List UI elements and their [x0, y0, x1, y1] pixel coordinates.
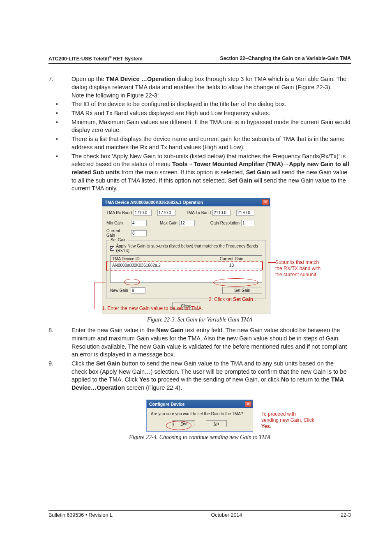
set-gain-legend: Set Gain — [109, 238, 128, 242]
set-gain-group: Set Gain ✔ Apply New Gain to sub-units (… — [106, 240, 266, 298]
footer-left: Bulletin 639536 • Revision L — [48, 512, 113, 518]
header-right: Section 22–Changing the Gain on a Variab… — [220, 56, 351, 62]
step-8-num: 8. — [48, 326, 71, 359]
figure-22-4-caption: Figure 22-4. Choosing to continue sendin… — [48, 434, 351, 441]
dialog-titlebar[interactable]: TMA Device AN0000a000K0361682a.1 Operati… — [102, 198, 270, 206]
col-current-gain: Current Gain — [201, 256, 262, 262]
bullet-4: There is a list that displays the device… — [71, 135, 351, 151]
callout-subunits: Subunits that match the RX/TX band with … — [275, 259, 333, 278]
row-current-gain: 10 — [201, 262, 262, 268]
rx-band-label: TMA Rx Band — [106, 210, 132, 215]
step-9-num: 9. — [48, 360, 71, 392]
apply-subunits-label: Apply New Gain to sub-units (listed belo… — [116, 244, 262, 253]
bullet-3: Minimum, Maximum Gain values are differe… — [71, 118, 351, 134]
step-7-num: 7. — [48, 75, 71, 99]
new-gain-input[interactable]: 9 — [131, 287, 145, 294]
step-9-body: Click the Set Gain button to send the ne… — [71, 360, 351, 392]
new-gain-label: New Gain — [110, 288, 131, 293]
dashed-box-left — [106, 261, 107, 270]
current-gain-label: Current Gain — [106, 229, 129, 238]
current-gain: 8 — [131, 230, 147, 236]
close-icon[interactable]: ✕ — [262, 199, 269, 205]
gain-res-label: Gain Resolution — [210, 221, 240, 225]
dialog2-message: Are you sure you want to set the Gain to… — [151, 412, 249, 416]
bullet-2: TMA Rx and Tx Band values displayed are … — [71, 109, 351, 118]
callout-yes: To proceed with sending new Gain, Click … — [261, 411, 331, 430]
gain-res: 1 — [241, 220, 254, 226]
min-gain: 4 — [131, 220, 147, 226]
dialog2-title: Configure Device — [149, 402, 184, 407]
set-gain-button[interactable]: Set Gain — [222, 287, 262, 294]
callout-set-gain: 2. Click on Set Gain . — [209, 296, 256, 303]
footer-center: October 2014 — [211, 512, 242, 518]
figure-22-4: Configure Device ✕ Are you sure you want… — [48, 400, 351, 432]
callout-connector — [268, 262, 276, 263]
step-7-body: Open up the TMA Device …Operation dialog… — [71, 75, 351, 99]
oval-yes — [166, 421, 191, 430]
row-device-id: AN0000a000K0361682a.2 — [111, 262, 201, 268]
page-header: ATC200-LITE-USB Teletilt® RET System Sec… — [48, 56, 351, 64]
rx-band-hi: 1770.0 — [157, 210, 175, 216]
dialog2-titlebar[interactable]: Configure Device ✕ — [147, 400, 253, 408]
col-device-id: TMA Device ID — [111, 256, 201, 262]
dialog-title: TMA Device AN0000a000K0361682a.1 Operati… — [105, 200, 203, 205]
dashed-box-right — [262, 261, 263, 270]
configure-device-dialog: Configure Device ✕ Are you sure you want… — [146, 400, 253, 432]
no-button[interactable]: No — [206, 420, 227, 427]
bullet-1: The ID of the device to be configured is… — [71, 100, 351, 109]
dashed-box-top — [106, 261, 262, 262]
max-gain-label: Max Gain — [160, 221, 178, 225]
tx-band-label: TMA Tx Band — [186, 210, 211, 215]
rx-band-lo: 1710.0 — [134, 210, 152, 216]
tx-band-hi: 2170.0 — [236, 210, 254, 216]
figure-22-3: TMA Device AN0000a000K0361682a.1 Operati… — [48, 198, 351, 314]
dashed-box-bot — [106, 270, 262, 271]
header-left: ATC200-LITE-USB Teletilt® RET System — [48, 56, 143, 62]
table-row[interactable]: AN0000a000K0361682a.2 10 — [111, 262, 262, 268]
line-to-newgain-v — [95, 282, 95, 309]
apply-subunits-checkbox[interactable]: ✔ — [110, 246, 114, 251]
bullet-5: The check box 'Apply New Gain to sub-uni… — [71, 153, 351, 193]
figure-22-3-caption: Figure 22-3. Set Gain for Variable Gain … — [48, 317, 351, 323]
footer-right: 22-3 — [341, 512, 351, 518]
step-8-body: Enter the new Gain value in the New Gain… — [71, 326, 351, 359]
callout-new-gain: 1. Enter the new Gain value to be set on… — [102, 305, 203, 312]
page-footer: Bulletin 639536 • Revision L October 201… — [48, 510, 351, 518]
min-gain-label: Min Gain — [106, 221, 129, 225]
close-icon[interactable]: ✕ — [245, 401, 251, 407]
line-to-newgain-h — [95, 282, 106, 282]
tx-band-lo: 2110.0 — [212, 210, 231, 216]
max-gain: 12 — [179, 220, 195, 226]
